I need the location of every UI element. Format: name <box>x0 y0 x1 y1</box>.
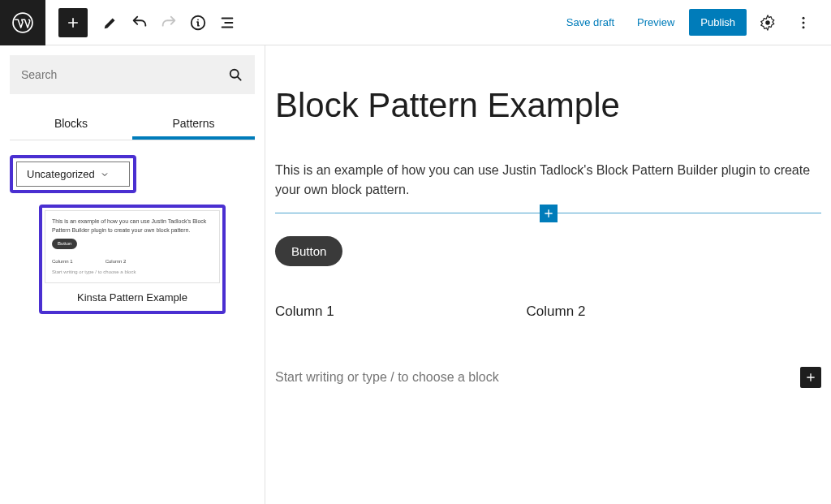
add-block-button[interactable] <box>58 8 88 37</box>
pattern-preview-columns: Column 1 Column 2 <box>52 258 213 265</box>
tab-underline <box>132 136 255 140</box>
pattern-preview-text: This is an example of how you can use Ju… <box>52 218 213 235</box>
search-input[interactable] <box>21 68 227 81</box>
columns-block[interactable]: Column 1 Column 2 <box>275 304 821 320</box>
pattern-preview: This is an example of how you can use Ju… <box>45 210 220 283</box>
top-toolbar: Save draft Preview Publish <box>0 0 831 45</box>
post-title[interactable]: Block Pattern Example <box>275 86 821 125</box>
pattern-card[interactable]: This is an example of how you can use Ju… <box>39 205 226 314</box>
new-block-hint[interactable]: Start writing or type / to choose a bloc… <box>275 370 800 385</box>
outline-icon[interactable] <box>213 8 242 37</box>
content-button-block[interactable]: Button <box>275 236 342 266</box>
tab-patterns[interactable]: Patterns <box>132 109 255 140</box>
svg-point-4 <box>803 21 805 24</box>
undo-icon[interactable] <box>125 8 154 37</box>
content-paragraph[interactable]: This is an example of how you can use Ju… <box>275 161 811 200</box>
redo-icon <box>154 8 183 37</box>
inserter-tabs: Blocks Patterns <box>10 109 255 140</box>
save-draft-button[interactable]: Save draft <box>558 10 622 35</box>
block-inserter-line[interactable] <box>275 213 821 213</box>
pattern-preview-button: Button <box>52 239 77 249</box>
annotation-highlight: Uncategorized <box>10 155 136 193</box>
trailing-inserter-button[interactable] <box>800 367 821 388</box>
chevron-down-icon <box>100 170 110 179</box>
tab-blocks[interactable]: Blocks <box>10 109 132 140</box>
column-2[interactable]: Column 2 <box>527 304 821 320</box>
preview-button[interactable]: Preview <box>629 10 682 35</box>
pattern-preview-hint: Start writing or type / to choose a bloc… <box>52 269 213 276</box>
inline-inserter-button[interactable] <box>540 205 558 222</box>
svg-point-2 <box>765 20 770 25</box>
pattern-category: Uncategorized <box>10 155 255 193</box>
search-icon <box>227 67 243 83</box>
column-1[interactable]: Column 1 <box>275 304 527 320</box>
info-icon[interactable] <box>183 8 213 37</box>
inserter-sidebar: Blocks Patterns Uncategorized This is an… <box>0 45 265 504</box>
pattern-category-label: Uncategorized <box>27 168 95 180</box>
svg-point-5 <box>803 26 805 28</box>
publish-button[interactable]: Publish <box>689 9 747 36</box>
svg-point-6 <box>230 70 239 78</box>
settings-icon[interactable] <box>753 8 782 37</box>
svg-point-3 <box>803 16 805 19</box>
pattern-category-select[interactable]: Uncategorized <box>16 162 130 187</box>
editor-canvas[interactable]: Block Pattern Example This is an example… <box>265 45 831 504</box>
default-block-appender[interactable]: Start writing or type / to choose a bloc… <box>275 367 821 388</box>
toolbar-left <box>45 8 242 37</box>
more-menu-icon[interactable] <box>789 8 818 37</box>
wordpress-logo[interactable] <box>0 0 45 45</box>
toolbar-right: Save draft Preview Publish <box>558 8 831 37</box>
search-box[interactable] <box>10 55 255 94</box>
edit-mode-icon[interactable] <box>96 8 125 37</box>
pattern-title: Kinsta Pattern Example <box>45 283 220 308</box>
